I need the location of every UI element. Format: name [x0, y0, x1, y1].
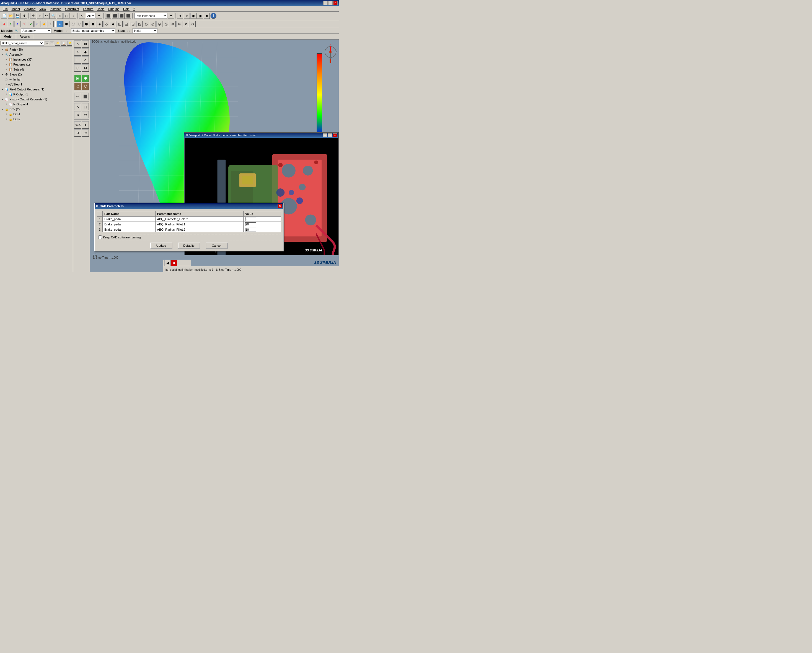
tb-b13[interactable]: ◴ — [143, 21, 149, 27]
tb-coord-y[interactable]: Y — [8, 21, 14, 27]
render-btn3[interactable]: ◉ — [191, 13, 197, 19]
filter-btn[interactable]: ▼ — [96, 13, 102, 19]
tool-angle1[interactable]: ∟ — [74, 56, 81, 64]
tree-item-assembly[interactable]: - 🔧 Assembly — [0, 52, 72, 57]
info-btn[interactable]: i — [210, 13, 217, 19]
menu-tools[interactable]: Tools — [96, 7, 106, 11]
tree-item-instances[interactable]: + 📋 Instances (37) — [0, 57, 72, 62]
zoom-box-btn[interactable]: ⊞ — [57, 13, 63, 19]
tb-b15[interactable]: ◶ — [156, 21, 162, 27]
cad-row-1[interactable]: 1 Brake_pedal ABQ_Diameter_Hole.2 — [97, 216, 281, 222]
expand-hout[interactable]: + — [5, 103, 8, 106]
tree-item-bc1[interactable]: + 🔒 BC-1 — [0, 112, 72, 117]
expand-bcs[interactable]: - — [0, 108, 5, 111]
menu-model[interactable]: Model — [10, 7, 21, 11]
zoom-btn[interactable]: 🔍 — [50, 13, 56, 19]
expand-instances[interactable]: + — [5, 58, 8, 61]
tool-mesh2[interactable]: ⊠ — [82, 64, 89, 72]
tree-item-features[interactable]: + 📋 Features (1) — [0, 62, 72, 67]
tb-b12[interactable]: ◳ — [136, 21, 142, 27]
tb-num4[interactable]: 4 — [41, 21, 47, 27]
menu-viewport[interactable]: Viewport — [22, 7, 37, 11]
tool-node[interactable]: ◆ — [82, 49, 89, 56]
cad-row-3[interactable]: 3 Brake_pedal ABQ_Radius_Fillet.2 — [97, 227, 281, 232]
tree-item-step1[interactable]: + ─◯ Step-1 — [0, 82, 72, 87]
tb-nav[interactable]: » — [57, 21, 63, 27]
menu-constraint[interactable]: Constraint — [64, 7, 81, 11]
tb-b6[interactable]: ◈ — [96, 21, 103, 27]
tb2[interactable]: ⬛ — [112, 13, 118, 19]
tb-b8[interactable]: ◆ — [110, 21, 116, 27]
tb-b20[interactable]: ⊙ — [189, 21, 196, 27]
render-btn4[interactable]: ▣ — [197, 13, 203, 19]
expand-fout[interactable]: + — [5, 93, 8, 96]
tree-item-initial[interactable]: ◯ ─ Initial — [0, 77, 72, 82]
expand-sets[interactable]: + — [5, 68, 8, 71]
expand-initial[interactable]: ◯ — [5, 78, 8, 81]
sidebar-up-btn[interactable]: ▲ — [45, 41, 49, 45]
tb-b9[interactable]: ◫ — [116, 21, 123, 27]
tree-item-bcs[interactable]: - 🔒 BCs (2) — [0, 107, 72, 112]
expand-features[interactable]: + — [5, 63, 8, 66]
sidebar-btn2[interactable]: 📋 — [61, 41, 66, 46]
nav-stop[interactable]: ■ — [171, 260, 177, 266]
tree-item-field-output[interactable]: - 📊 Field Output Requests (1) — [0, 87, 72, 92]
model-select[interactable]: Brake_pedal_assembly — [71, 28, 115, 33]
tb-b7[interactable]: ◇ — [103, 21, 109, 27]
open-btn[interactable]: 📂 — [8, 13, 14, 19]
row1-value[interactable] — [243, 216, 281, 222]
undo-btn[interactable]: ↩ — [37, 13, 43, 19]
tb-b16[interactable]: ◷ — [163, 21, 169, 27]
redo-btn[interactable]: ↪ — [43, 13, 50, 19]
expand-parts[interactable]: + — [0, 48, 5, 51]
tool-pencil[interactable]: ✏ — [74, 93, 81, 100]
module-select[interactable]: Assembly — [21, 28, 52, 33]
tb4[interactable]: ⬛ — [125, 13, 131, 19]
tb-coord-z[interactable]: Z — [14, 21, 20, 27]
tb-num3[interactable]: 3 — [34, 21, 40, 27]
sidebar-btn1[interactable]: 📁 — [55, 41, 60, 46]
tb-b10[interactable]: ◱ — [123, 21, 129, 27]
expand-bc1[interactable]: + — [5, 113, 8, 116]
expand-steps[interactable]: - — [0, 73, 5, 76]
tool-cross2[interactable]: ⊗ — [82, 111, 89, 119]
keep-cad-checkbox[interactable] — [98, 235, 102, 239]
tool-rotate1[interactable]: ↺ — [74, 129, 81, 137]
tool-angle2[interactable]: ∠ — [82, 56, 89, 64]
tree-item-foutput1[interactable]: + 📊 F-Output-1 — [0, 92, 72, 97]
tb-b17[interactable]: ⊕ — [169, 21, 176, 27]
fit-btn[interactable]: ⬚ — [63, 13, 69, 19]
row3-value[interactable] — [243, 227, 281, 232]
tb-b2[interactable]: ⬠ — [70, 21, 76, 27]
menu-instance[interactable]: Instance — [48, 7, 63, 11]
tree-item-history-output[interactable]: - 📈 History Output Requests (1) — [0, 97, 72, 102]
defaults-button[interactable]: Defaults — [178, 242, 200, 249]
new-btn[interactable]: 📄 — [1, 13, 7, 19]
display-mode-dropdown[interactable]: Part instances — [134, 13, 168, 18]
close-button[interactable]: ✕ — [333, 1, 337, 5]
tb-b18[interactable]: ⊗ — [176, 21, 182, 27]
tree-item-steps[interactable]: - ⏱ Steps (2) — [0, 72, 72, 77]
move-btn[interactable]: ✛ — [30, 13, 36, 19]
tree-item-houtput1[interactable]: + 📈 H-Output-1 — [0, 102, 72, 107]
display-btn[interactable]: ▼ — [168, 13, 174, 19]
tool-cursor2[interactable]: ⬚ — [82, 103, 89, 110]
render-btn2[interactable]: ○ — [184, 13, 190, 19]
tb-b3[interactable]: ⬡ — [77, 21, 83, 27]
expand-step1[interactable]: + — [5, 83, 8, 86]
select-type-btn[interactable]: ↖ — [79, 13, 85, 19]
menu-feature[interactable]: Feature — [81, 7, 95, 11]
tool-xyz[interactable]: (XYZ) — [74, 122, 81, 129]
tab-model[interactable]: Model — [0, 34, 16, 39]
tb-num2[interactable]: 2 — [27, 21, 34, 27]
sidebar-down-btn[interactable]: ▼ — [50, 41, 54, 45]
viewport-area[interactable]: SCC/bra...optimization_modified.cdb — [90, 40, 339, 272]
menu-view[interactable]: View — [38, 7, 47, 11]
tb1[interactable]: ⬛ — [105, 13, 111, 19]
tb-b14[interactable]: ◵ — [150, 21, 156, 27]
tb-coord-x[interactable]: X — [1, 21, 7, 27]
tool-select[interactable]: ↖ — [74, 40, 81, 47]
tb-b19[interactable]: ⊘ — [183, 21, 189, 27]
tool-cursor1[interactable]: ↖ — [74, 103, 81, 110]
tab-results[interactable]: Results — [16, 34, 34, 39]
